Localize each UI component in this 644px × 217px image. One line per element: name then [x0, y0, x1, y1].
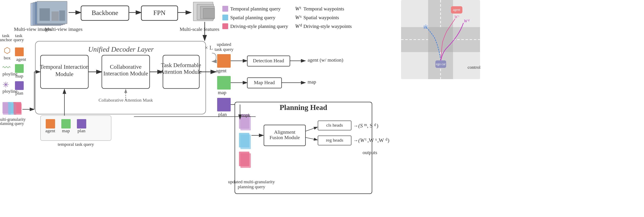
- ws-sym: W: [295, 14, 300, 20]
- wt-sym: W: [295, 6, 300, 12]
- output-plan-box: [217, 98, 231, 112]
- temporal-agent-label: agent: [45, 128, 55, 133]
- multiscale-label: Multi-scale features: [180, 27, 219, 32]
- output-agent-label: agent: [216, 68, 226, 73]
- wd-sym: W: [295, 23, 300, 29]
- output-map-label: map: [218, 90, 226, 95]
- loop-label: × L: [205, 44, 213, 51]
- reg-output-arrow: →: [353, 138, 358, 143]
- plan-query-icon: [15, 81, 24, 90]
- map-query-icon: [15, 64, 24, 73]
- ph-mg-temporal-b: [240, 116, 251, 130]
- temporal-agent-icon: [46, 119, 55, 129]
- agent-query-icon: [15, 47, 24, 56]
- wd-path-label: W: [464, 19, 468, 23]
- reg-output-paren2: ): [388, 137, 390, 143]
- fpn-label: FPN: [153, 9, 166, 17]
- map-query-label: map: [16, 73, 23, 78]
- task-query-label2: query: [14, 37, 24, 42]
- updated-mg-label2: planning query: [238, 184, 265, 189]
- wt-path-label: W: [454, 15, 458, 19]
- wt-path-sub: t: [458, 15, 459, 18]
- ego-car-label: ego car: [436, 62, 446, 66]
- temporal-query-label: Temporal planning query: [230, 6, 280, 12]
- svg-rect-2: [59, 11, 65, 21]
- backbone-label: Backbone: [92, 9, 118, 17]
- cls-output-m: m: [364, 123, 367, 127]
- mg-label2: planning query: [0, 121, 24, 126]
- output-map-box: [217, 76, 231, 89]
- reg-output-text: (W: [358, 137, 365, 143]
- ployline-anchor-icon: 〰: [2, 63, 10, 72]
- temporal-module-label2: Module: [55, 71, 73, 77]
- mg-box-3b: [14, 103, 22, 115]
- cls-output-comma: , S: [367, 123, 372, 129]
- cls-output-arrow: →: [353, 123, 358, 129]
- driving-query-swatch: [222, 23, 228, 29]
- svg-rect-6: [428, 27, 453, 52]
- updated-mg-label: updated multi-granularity: [228, 179, 275, 184]
- map-out-label: map: [308, 79, 316, 84]
- temporal-plan-icon: [77, 119, 86, 129]
- wt-sub: t: [300, 6, 301, 10]
- cls-output-d: d: [374, 123, 376, 127]
- main-diagram: Temporal planning query Spatial planning…: [0, 0, 644, 217]
- outputs-label: outputs: [363, 150, 378, 155]
- task-module-label1: Task Deformable: [161, 62, 201, 68]
- reg-output-mid: ,W: [368, 137, 374, 143]
- plan-query-label: plan: [16, 90, 23, 95]
- reg-output-d2: d: [386, 137, 387, 141]
- wd-path-sub: d: [468, 19, 470, 22]
- planning-head-title: Planning Head: [280, 103, 327, 112]
- task-module-label2: Attention Module: [160, 68, 202, 75]
- loop-arrow: [212, 53, 216, 61]
- cls-output-paren: ): [376, 123, 378, 129]
- control-label: control: [468, 65, 480, 70]
- svg-rect-1: [52, 12, 59, 21]
- map-head-label: Map Head: [254, 80, 275, 85]
- wd-sub: d: [300, 23, 302, 27]
- multiview-label2: Multi-view images: [45, 27, 82, 32]
- agent-out-label: agent (w/ motion): [308, 57, 343, 63]
- decoder-title: Unified Decoder Layer: [88, 45, 154, 53]
- reg-output-mid2: ,W: [378, 137, 384, 143]
- feat-layer-1: [203, 8, 215, 18]
- ployline2-anchor-icon: ✳: [2, 80, 9, 89]
- wt-label: Temporal waypoints: [304, 6, 344, 12]
- cls-output-text: (S: [358, 123, 363, 129]
- output-plan-label: plan: [218, 112, 227, 117]
- collab-module-label2: Interaction Module: [103, 70, 148, 77]
- cls-heads-label: cls heads: [326, 123, 343, 128]
- agent-car-label: agent: [453, 8, 460, 12]
- reg-heads-label: reg heads: [326, 138, 343, 143]
- box-anchor-icon: ⬡: [4, 46, 10, 55]
- svg-rect-0: [40, 8, 50, 21]
- alignment-label2: Fusion Module: [270, 135, 300, 140]
- spatial-query-label: Spatial planning query: [230, 15, 275, 20]
- temporal-query-swatch: [222, 6, 228, 12]
- updated-task-query-label2: task query: [214, 47, 233, 52]
- reg-output-t: t: [365, 137, 366, 141]
- collab-module-label1: Collaborative: [110, 63, 142, 70]
- topk-label2: topk: [242, 113, 250, 118]
- task-anchor-label2: anchor: [0, 37, 12, 42]
- driving-query-label: Driving-style planning query: [230, 24, 288, 29]
- wd-label: Driving-style waypoints: [304, 24, 352, 29]
- temporal-plan-label: plan: [78, 128, 86, 133]
- reg-output-s: s: [375, 137, 377, 141]
- ws-label: Spatial waypoints: [304, 15, 339, 20]
- temporal-map-label: map: [62, 128, 70, 133]
- ws-sub: s: [300, 14, 302, 19]
- temporal-map-icon: [61, 119, 71, 129]
- ph-mg-driving-b: [240, 153, 251, 168]
- ph-mg-spatial-b: [240, 135, 251, 149]
- temporal-task-label: temporal task query: [58, 142, 94, 147]
- updated-task-query-label: updated: [217, 42, 231, 47]
- detection-head-label: Detection Head: [253, 58, 284, 63]
- box-anchor-label: box: [4, 55, 10, 60]
- ws-path-sub: s: [426, 25, 427, 28]
- alignment-label1: Alignment: [274, 129, 296, 135]
- output-agent-box: [217, 54, 231, 68]
- road-map-group: agent ego car W̄ s W t W d control: [401, 0, 480, 79]
- agent-query-label: agent: [16, 57, 26, 62]
